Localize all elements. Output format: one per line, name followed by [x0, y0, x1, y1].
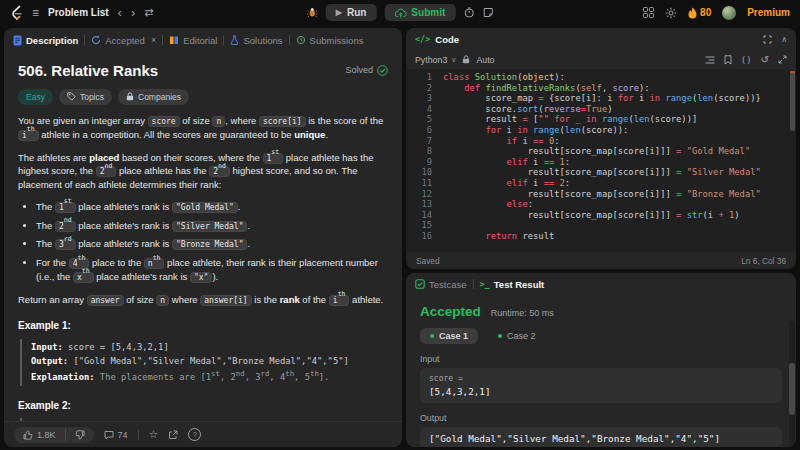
problem-title: 506. Relative Ranks: [18, 60, 158, 82]
premium-link[interactable]: Premium: [747, 7, 790, 18]
daily-streak-counter[interactable]: 80: [688, 7, 711, 19]
debug-icon[interactable]: [307, 7, 318, 18]
maximize-panel-icon[interactable]: [763, 35, 772, 44]
expand-editor-icon[interactable]: [778, 55, 787, 64]
output-box[interactable]: ["Gold Medal","Silver Medal","Bronze Med…: [420, 427, 782, 447]
code-line[interactable]: 9 elif i == 1:: [406, 157, 796, 168]
tab-submissions[interactable]: Submissions: [296, 35, 364, 46]
case-1-button[interactable]: Case 1: [420, 328, 478, 344]
user-avatar[interactable]: [722, 6, 736, 20]
editor-toolbar: Python3 ∨ Auto () ↺: [406, 50, 796, 69]
layout-icon[interactable]: [643, 7, 654, 18]
dislike-button[interactable]: [66, 427, 94, 443]
problem-description-panel: Description Accepted × Editorial Solutio…: [4, 28, 402, 447]
difficulty-badge[interactable]: Easy: [18, 89, 53, 105]
code-line[interactable]: 1class Solution(object):: [406, 72, 796, 83]
share-icon[interactable]: [168, 430, 178, 440]
result-runtime: Runtime: 50 ms: [491, 308, 554, 318]
code-line[interactable]: 12 result[score_map[score[i]]] = "Bronze…: [406, 189, 796, 200]
code-line[interactable]: 13 else:: [406, 199, 796, 210]
favorite-star-icon[interactable]: ☆: [149, 428, 159, 441]
paragraph: The athletes are placed based on their s…: [18, 151, 388, 192]
testcase-scrollbar[interactable]: [789, 321, 795, 445]
code-line[interactable]: 4 score.sort(reverse=True): [406, 104, 796, 115]
bracket-match-icon[interactable]: (): [741, 55, 752, 65]
problem-list-link[interactable]: Problem List: [48, 7, 109, 18]
run-button[interactable]: ▶ Run: [326, 4, 377, 21]
output-value: ["Gold Medal","Silver Medal","Bronze Med…: [429, 433, 773, 444]
timer-icon[interactable]: [463, 7, 474, 18]
code-line[interactable]: 11 elif i == 2:: [406, 178, 796, 189]
companies-button[interactable]: Companies: [118, 89, 189, 105]
topics-button[interactable]: Topics: [59, 89, 112, 105]
code-line[interactable]: 3 score_map = {score[i]: i for i in rang…: [406, 93, 796, 104]
comment-count: 74: [118, 430, 128, 440]
play-icon: ▶: [336, 8, 342, 17]
tab-testcase[interactable]: Testcase: [415, 279, 467, 290]
like-count: 1.8K: [37, 430, 56, 440]
solved-check-icon: [377, 65, 388, 76]
case-2-button[interactable]: Case 2: [488, 328, 546, 344]
language-selector[interactable]: Python3 ∨: [415, 55, 456, 65]
tab-editorial[interactable]: Editorial: [169, 35, 217, 46]
description-tabbar: Description Accepted × Editorial Solutio…: [4, 28, 402, 52]
random-problem-icon[interactable]: ⇄: [144, 7, 153, 18]
code-line[interactable]: 8 result[score_map[score[i]]] = "Gold Me…: [406, 146, 796, 157]
prev-problem-icon[interactable]: ‹: [118, 6, 122, 19]
rank-rule-item: The 2nd place athlete's rank is "Silver …: [36, 219, 388, 233]
input-box[interactable]: score = [5,4,3,2,1]: [420, 368, 782, 403]
example-2-label: Example 2:: [18, 399, 388, 414]
flame-icon: [688, 7, 697, 19]
terminal-icon: >_: [480, 279, 490, 289]
rank-rules-list: The 1st place athlete's rank is "Gold Me…: [18, 200, 388, 284]
problem-list-icon[interactable]: ≡: [32, 7, 39, 19]
checkbox-icon: [415, 279, 425, 289]
code-line[interactable]: 7 if i == 0:: [406, 136, 796, 147]
vote-group: 1.8K: [14, 427, 94, 443]
code-line[interactable]: 16 return result: [406, 231, 796, 242]
code-line[interactable]: 6 for i in range(len(score)):: [406, 125, 796, 136]
input-label: Input: [420, 354, 782, 364]
leetcode-logo[interactable]: [10, 5, 23, 20]
top-navigation-bar: ≡ Problem List ‹ › ⇄ ▶ Run Submit: [0, 0, 800, 25]
close-tab-icon[interactable]: ×: [151, 35, 156, 45]
comments-button[interactable]: 74: [104, 430, 128, 440]
case-dot: [430, 334, 434, 338]
test-result-content: Accepted Runtime: 50 ms Case 1 Case 2 In…: [406, 295, 796, 447]
code-line[interactable]: 5 result = ["" for _ in range(len(score)…: [406, 114, 796, 125]
tab-solutions[interactable]: Solutions: [230, 35, 282, 46]
input-value: [5,4,3,2,1]: [429, 386, 773, 397]
submit-button[interactable]: Submit: [384, 4, 455, 21]
editor-scrollbar[interactable]: [790, 71, 795, 247]
rank-rule-item: The 3rd place athlete's rank is "Bronze …: [36, 237, 388, 251]
like-button[interactable]: 1.8K: [14, 427, 65, 443]
help-icon[interactable]: ?: [188, 428, 201, 441]
submission-result-icon: [91, 35, 101, 45]
code-line[interactable]: 15: [406, 220, 796, 231]
bookmark-icon[interactable]: [724, 55, 732, 65]
tab-description[interactable]: Description: [13, 35, 78, 46]
tab-accepted[interactable]: Accepted ×: [91, 35, 156, 46]
code-line[interactable]: 2 def findRelativeRanks(self, score):: [406, 83, 796, 94]
code-line[interactable]: 10 result[score_map[score[i]]] = "Silver…: [406, 167, 796, 178]
next-problem-icon[interactable]: ›: [131, 6, 135, 19]
code-panel-header: </> Code ∧: [406, 28, 796, 50]
format-code-icon[interactable]: [705, 56, 715, 64]
code-line[interactable]: 14 result[score_map[score[i]]] = str(i +…: [406, 210, 796, 221]
example-1-label: Example 1:: [18, 319, 388, 334]
problem-footer-bar: 1.8K 74 ☆ ?: [4, 421, 402, 447]
chevron-down-icon: ∨: [451, 56, 456, 64]
history-clock-icon: [296, 35, 306, 45]
collapse-panel-icon[interactable]: ∧: [781, 35, 787, 44]
settings-gear-icon[interactable]: [665, 7, 677, 19]
lock-icon: [126, 92, 134, 101]
book-icon: [169, 35, 179, 45]
tab-test-result[interactable]: >_ Test Result: [480, 279, 545, 290]
auto-lock-icon: [462, 55, 470, 64]
testcase-tabbar: Testcase >_ Test Result: [406, 273, 796, 295]
notes-icon[interactable]: [482, 7, 493, 18]
code-editor[interactable]: 1class Solution(object):2 def findRelati…: [406, 69, 796, 252]
reset-code-icon[interactable]: ↺: [761, 54, 769, 65]
auto-label[interactable]: Auto: [476, 55, 494, 65]
cursor-position[interactable]: Ln 6, Col 36: [741, 256, 786, 266]
